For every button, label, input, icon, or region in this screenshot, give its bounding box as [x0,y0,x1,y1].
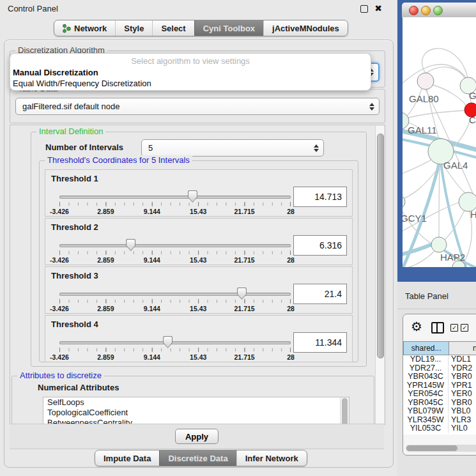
table-row[interactable]: YBR043CYBR0 [403,372,476,381]
float-panel-icon[interactable] [360,5,368,13]
network-edge[interactable] [439,164,440,237]
table-cell: YBR045C [403,399,449,408]
table-row[interactable]: YDR27...YDR2 [403,364,476,373]
tab-label: Style [124,24,144,33]
tick-label: 28 [287,353,295,361]
table-data-group: Table Data galFiltered.sif default node [10,89,385,123]
tick-label: 21.715 [234,208,255,215]
table-data-combobox[interactable]: galFiltered.sif default node [15,98,380,115]
table-cell: YBL0 [449,407,476,416]
vertical-scrollbar-thumb[interactable] [377,134,384,358]
tab-style[interactable]: Style [115,20,152,36]
tick-label: 15.43 [190,305,206,312]
attribute-item-selfloops[interactable]: SelfLoops [43,397,349,408]
table-toolbar: ⚙ ✓ ✓ [403,314,476,341]
tab-impute-data[interactable]: Impute Data [95,450,159,466]
slider-thumb[interactable] [163,336,173,348]
tab-select[interactable]: Select [152,20,194,36]
control-panel-tabs: NetworkStyleSelectCyni ToolboxjActiveMNo… [54,20,348,36]
table-cell: YDL19... [403,355,449,364]
network-window-titlebar[interactable] [402,3,476,18]
slider-thumb[interactable] [237,288,247,300]
network-node[interactable] [417,73,434,89]
tab-label: Infer Network [245,454,298,463]
tab-label: Select [161,24,185,33]
threshold-2-value-input[interactable] [293,235,347,256]
tab-cyni-toolbox[interactable]: Cyni Toolbox [194,20,263,36]
node-label: G [469,90,476,101]
threshold-1-panel: Threshold 1-3.4262.8599.14415.4321.71528 [45,169,353,217]
list-scrollbar[interactable] [340,397,349,425]
threshold-2-panel: Threshold 2-3.4262.8599.14415.4321.71528 [45,218,353,265]
table-panel: Table Panel ⚙ ✓ ✓ shared...na YDL19...YD… [397,282,476,476]
table-row[interactable]: YDL19...YDL1 [403,355,476,364]
numerical-attributes-label: Numerical Attributes [38,383,119,392]
tick-label: 9.144 [144,353,160,361]
threshold-label: Threshold 4 [51,319,98,329]
slider-thumb[interactable] [188,190,197,203]
tab-discretize-data[interactable]: Discretize Data [159,450,236,466]
table-row[interactable]: YPR145WYPR1 [403,381,476,390]
divider [397,309,476,309]
tick-label: 28 [287,305,295,312]
dropdown-option-manual-discretization[interactable]: Manual Discretization [13,67,368,78]
network-node[interactable] [403,195,405,209]
column-header-na[interactable]: na [449,341,476,355]
network-canvas[interactable]: GAL80GCGAL11GAL4GCY1HHAP2 [403,17,476,267]
node-table-card: ⚙ ✓ ✓ shared...na YDL19...YDL1YDR27...YD… [403,314,476,456]
vertical-scrollbar[interactable] [375,126,384,424]
window-close-button[interactable] [409,6,418,15]
tick-label: 15.43 [190,353,206,361]
table-row[interactable]: YER054CYER0 [403,390,476,399]
close-panel-icon[interactable]: ✖ [374,3,382,13]
threshold-4-slider[interactable]: -3.4262.8599.14415.4321.71528 [59,337,291,360]
threshold-label: Threshold 1 [51,174,98,183]
network-edge[interactable] [403,158,436,176]
table-row[interactable]: YBL079WYBL0 [403,407,476,416]
network-edge[interactable] [403,244,433,256]
table-row[interactable]: YIL053CYIL0 [403,424,476,433]
tab-jactivemnodules[interactable]: jActiveMNodules [263,20,348,36]
threshold-1-slider[interactable]: -3.4262.8599.14415.4321.71528 [59,192,291,215]
threshold-4-value-input[interactable] [293,332,347,353]
tick-label: 9.144 [144,208,160,215]
threshold-3-value-input[interactable] [293,284,347,304]
attribute-item-topologicalcoefficient[interactable]: TopologicalCoefficient [43,408,349,418]
horizontal-scrollbar-thumb[interactable] [406,445,457,451]
tick-label: -3.426 [50,208,69,215]
list-scrollbar-thumb[interactable] [342,398,348,425]
apply-button[interactable]: Apply [175,429,219,444]
num-intervals-combobox[interactable]: 5 [141,139,324,157]
threshold-1-value-input[interactable] [293,187,347,207]
table-panel-title: Table Panel [405,291,449,301]
tick-label: -3.426 [50,256,69,264]
table-row[interactable]: YLR345WYLR3 [403,416,476,425]
slider-thumb[interactable] [126,239,135,251]
tab-label: Cyni Toolbox [203,24,255,33]
tab-infer-network[interactable]: Infer Network [236,450,307,466]
table-cell: YPR145W [403,381,449,390]
node-label: C [469,114,476,125]
tick-label: 2.859 [97,256,114,264]
select-all-checkbox-icon[interactable]: ✓ [450,324,458,332]
tick-label: 2.859 [97,353,114,361]
window-zoom-button[interactable] [433,6,443,15]
attributes-list: SelfLoopsTopologicalCoefficientBetweenne… [43,397,349,425]
horizontal-scrollbar[interactable] [406,445,476,452]
tick-label: 21.715 [234,256,255,264]
window-minimize-button[interactable] [421,6,431,15]
node-label: H [470,209,476,220]
threshold-2-slider[interactable]: -3.4262.8599.14415.4321.71528 [59,240,291,263]
tab-network[interactable]: Network [54,20,115,36]
threshold-3-slider[interactable]: -3.4262.8599.14415.4321.71528 [59,289,291,312]
column-header-shared[interactable]: shared... [403,341,449,355]
table-row[interactable]: YBR045CYBR0 [403,399,476,408]
gear-icon[interactable]: ⚙ [411,319,422,334]
dropdown-option-equal-width-frequency-discretization[interactable]: Equal Width/Frequency Discretization [13,78,368,89]
split-view-icon[interactable] [431,322,444,334]
combo-arrows-icon [314,144,319,152]
tab-label: Network [74,24,107,33]
deselect-checkbox-icon[interactable]: ✓ [461,324,468,332]
network-node[interactable] [431,237,447,252]
tick-label: -3.426 [50,305,69,312]
